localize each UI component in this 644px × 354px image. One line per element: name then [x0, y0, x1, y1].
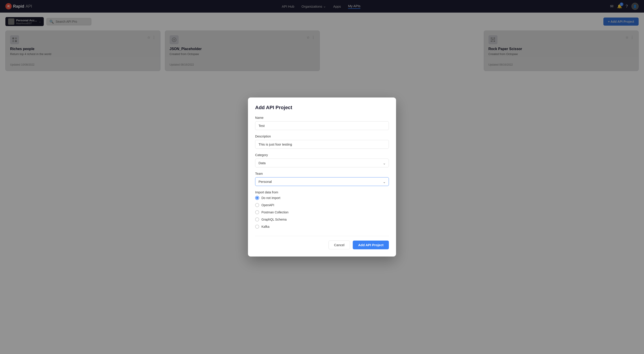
- radio-do-not-import[interactable]: [255, 196, 259, 200]
- radio-openapi[interactable]: [255, 203, 259, 207]
- radio-label-do-not-import: Do not import: [262, 196, 280, 200]
- category-label: Category: [255, 153, 389, 157]
- add-api-project-modal: Add API Project Name Description Categor…: [248, 98, 396, 256]
- radio-option-postman[interactable]: Postman Collection: [255, 210, 389, 214]
- team-label: Team: [255, 172, 389, 175]
- radio-option-kafka[interactable]: Kafka: [255, 225, 389, 229]
- import-label: Import data from: [255, 190, 389, 194]
- modal-overlay: Add API Project Name Description Categor…: [0, 0, 644, 354]
- radio-graphql[interactable]: [255, 217, 259, 221]
- category-select-wrapper: Data Finance Weather Sports Social: [255, 159, 389, 167]
- radio-option-do-not-import[interactable]: Do not import: [255, 196, 389, 200]
- team-select-wrapper: Personal Organization: [255, 177, 389, 186]
- category-field-group: Category Data Finance Weather Sports Soc…: [255, 153, 389, 167]
- description-field-group: Description: [255, 135, 389, 149]
- import-field-group: Import data from Do not import OpenAPI P…: [255, 190, 389, 229]
- radio-label-postman: Postman Collection: [262, 210, 288, 214]
- team-select[interactable]: Personal Organization: [255, 177, 389, 186]
- description-label: Description: [255, 135, 389, 138]
- name-label: Name: [255, 116, 389, 120]
- radio-label-graphql: GraphQL Schema: [262, 218, 286, 221]
- radio-option-graphql[interactable]: GraphQL Schema: [255, 217, 389, 221]
- import-options: Do not import OpenAPI Postman Collection…: [255, 196, 389, 229]
- radio-option-openapi[interactable]: OpenAPI: [255, 203, 389, 207]
- radio-kafka[interactable]: [255, 225, 259, 229]
- name-field-group: Name: [255, 116, 389, 130]
- radio-postman[interactable]: [255, 210, 259, 214]
- radio-label-openapi: OpenAPI: [262, 203, 274, 207]
- description-input[interactable]: [255, 140, 389, 149]
- radio-label-kafka: Kafka: [262, 225, 270, 228]
- add-api-project-submit-button[interactable]: Add API Project: [353, 241, 389, 249]
- modal-footer: Cancel Add API Project: [255, 236, 389, 249]
- cancel-button[interactable]: Cancel: [328, 241, 350, 249]
- team-field-group: Team Personal Organization: [255, 172, 389, 186]
- name-input[interactable]: [255, 121, 389, 130]
- modal-title: Add API Project: [255, 105, 389, 111]
- category-select[interactable]: Data Finance Weather Sports Social: [255, 159, 389, 167]
